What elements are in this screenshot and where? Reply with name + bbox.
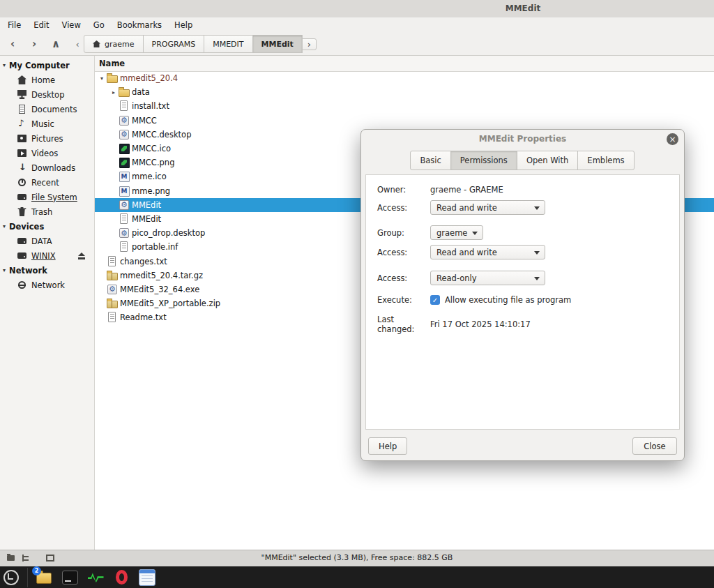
image2-file-icon [119,171,130,182]
others-access-dropdown[interactable]: Read-only [430,271,545,285]
terminal-icon[interactable] [60,568,79,587]
eject-icon[interactable] [78,252,85,259]
sidebar-item-label: Pictures [31,134,63,144]
breadcrumb-programs[interactable]: PROGRAMS [143,35,205,53]
others-access-value: Read-only [436,273,477,283]
execute-checkbox[interactable]: ✓ [430,295,440,305]
group-label: Group: [377,228,430,238]
breadcrumb-mmedit[interactable]: MMEdit [252,35,303,53]
sidebar-item-pictures[interactable]: Pictures [0,131,94,146]
file-row-mmcc[interactable]: MMCC [95,114,714,128]
menu-help[interactable]: Help [168,19,199,31]
group-access-dropdown[interactable]: Read and write [430,245,545,259]
status-text: "MMEdit" selected (3.3 MB), Free space: … [0,553,714,562]
check-icon: ✓ [432,296,438,304]
menu-edit[interactable]: Edit [27,19,55,31]
owner-access-label: Access: [377,203,430,213]
breadcrumb-mmedit[interactable]: MMEDIT [204,35,252,53]
desktop: MMEdit FileEditViewGoBookmarksHelp ‹ › ∧… [0,0,714,588]
sidebar-item-label: Network [31,280,65,290]
sidebar-item-label: Downloads [31,163,75,173]
path-scroll-left-button[interactable]: ‹ [72,39,83,50]
sidebar-section-my-computer[interactable]: ▾My Computer [0,58,94,73]
owner-access-value: Read and write [436,203,497,213]
menu-view[interactable]: View [56,19,87,31]
expander-open-icon[interactable]: ▾ [97,75,107,82]
sidebar-item-desktop[interactable]: Desktop [0,87,94,102]
close-icon[interactable]: × [667,133,678,145]
tab-emblems[interactable]: Emblems [577,151,634,170]
back-button[interactable]: ‹ [3,36,22,52]
breadcrumb-graeme[interactable]: graeme [84,35,144,53]
file-manager-icon[interactable]: 2 [34,568,54,587]
archive-file-icon [107,298,118,309]
chevron-down-icon: ▾ [3,223,6,229]
drive-icon [17,251,26,260]
text-file-icon [119,241,130,252]
sidebar-item-music[interactable]: Music [0,116,94,131]
sidebar-item-videos[interactable]: Videos [0,146,94,160]
menu-file[interactable]: File [1,19,27,31]
sidebar-section-network[interactable]: ▾Network [0,263,94,278]
sidebar-item-trash[interactable]: Trash [0,204,94,219]
file-name: MMCC [132,116,157,126]
sidebar-item-data[interactable]: DATA [0,234,94,248]
group-dropdown[interactable]: graeme [430,225,483,240]
file-name: mme.png [132,186,170,196]
exe-file-icon [119,115,130,126]
column-header-name[interactable]: Name [95,56,714,72]
file-name: mme.ico [132,172,167,181]
mint-logo [3,570,19,585]
up-button[interactable]: ∧ [47,36,65,52]
sidebar-item-documents[interactable]: Documents [0,102,94,116]
system-monitor-icon[interactable] [86,568,105,587]
file-name: MMCC.ico [132,144,171,153]
menubar: FileEditViewGoBookmarksHelp [0,17,714,33]
owner-row: Owner: graeme - GRAEME [377,185,672,195]
breadcrumb: graemePROGRAMSMMEDITMMEdit [84,35,303,53]
sidebar-item-network[interactable]: Network [0,278,94,292]
desktop-icon [17,90,26,99]
recent-icon [17,178,26,187]
menu-go[interactable]: Go [87,19,111,31]
file-row-mmedit5-20-4[interactable]: ▾mmedit5_20.4 [95,71,714,85]
text-file-icon [107,256,118,267]
tab-basic[interactable]: Basic [410,151,450,170]
breadcrumb-label: PROGRAMS [152,40,196,49]
properties-dialog: MMEdit Properties × BasicPermissionsOpen… [360,129,685,461]
breadcrumb-label: graeme [105,40,135,49]
breadcrumb-label: MMEDIT [213,40,243,49]
mint-menu-icon[interactable] [1,568,28,587]
file-name: MMEdit [132,214,161,224]
path-scroll-right-button[interactable]: › [302,38,317,50]
sidebar-section-devices[interactable]: ▾Devices [0,219,94,234]
tab-open-with[interactable]: Open With [517,151,578,170]
sidebar-item-file-system[interactable]: File System [0,190,94,204]
file-row-install-txt[interactable]: install.txt [95,99,714,113]
opera-glyph [116,570,128,585]
close-button[interactable]: Close [632,437,677,455]
menu-bookmarks[interactable]: Bookmarks [111,19,168,31]
sidebar-item-winix[interactable]: WINIX [0,248,94,263]
file-row-data[interactable]: ▸data [95,85,714,99]
sidebar-section-label: My Computer [9,61,70,70]
forward-button[interactable]: › [25,36,43,52]
sidebar-item-recent[interactable]: Recent [0,175,94,190]
exe-file-icon [119,227,130,239]
sidebar-item-downloads[interactable]: Downloads [0,160,94,175]
toolbar: ‹ › ∧ ‹ graemePROGRAMSMMEDITMMEdit › [0,33,714,56]
expander-closed-icon[interactable]: ▸ [109,89,119,96]
tab-permissions[interactable]: Permissions [450,151,517,170]
sidebar: ▾My ComputerHomeDesktopDocumentsMusicPic… [0,56,95,550]
sidebar-item-home[interactable]: Home [0,73,94,87]
dialog-title: MMEdit Properties [361,130,684,148]
file-name: MMEdit5_XP_portable.zip [120,299,220,308]
text-editor-icon[interactable] [137,568,157,587]
permissions-panel: Owner: graeme - GRAEME Access: Read and … [365,174,680,430]
exe-file-icon [107,284,118,295]
help-button[interactable]: Help [368,437,407,455]
opera-icon[interactable] [112,568,131,587]
owner-access-dropdown[interactable]: Read and write [430,200,545,215]
others-access-label: Access: [377,273,430,283]
sidebar-item-label: Trash [31,207,52,217]
